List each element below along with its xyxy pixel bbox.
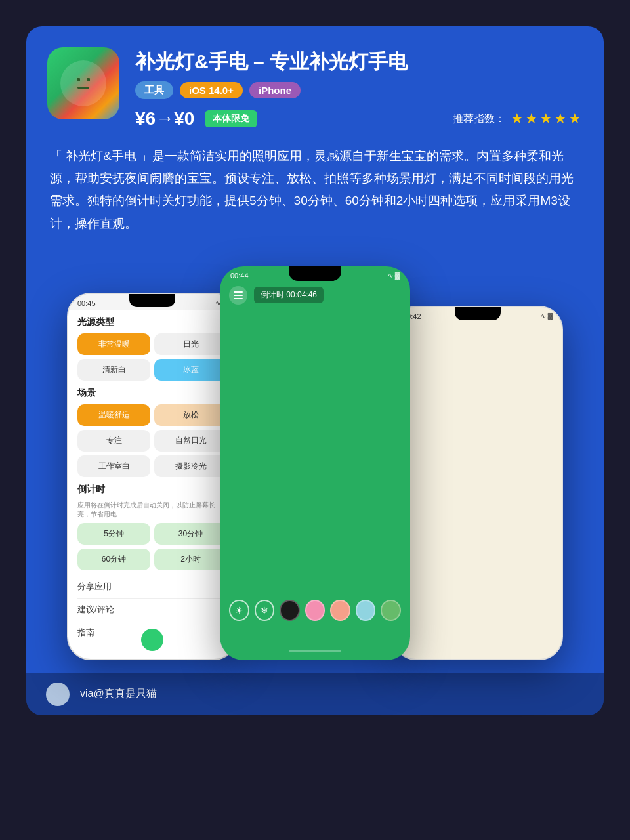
btn-warm[interactable]: 非常温暖: [77, 333, 150, 355]
dot-black[interactable]: [280, 600, 300, 621]
price-badge: 本体限免: [205, 110, 257, 127]
right-battery-icon: ▓: [548, 312, 553, 320]
phone-bottom-space: [220, 559, 410, 579]
face-eye-left: [77, 78, 80, 81]
btn-daylight[interactable]: 日光: [154, 333, 227, 355]
center-header: 倒计时 00:04:46: [220, 281, 410, 310]
right-wifi-icon: ∿: [541, 312, 546, 320]
app-icon-inner: [60, 60, 106, 106]
list-item-feedback[interactable]: 建议/评论: [77, 598, 227, 621]
dot-pink[interactable]: [305, 600, 326, 621]
scene-buttons: 温暖舒适 放松 专注 自然日光 工作室白 摄影冷光: [77, 404, 227, 477]
snow-icon: ❄: [261, 605, 268, 616]
center-wifi-icon: ∿: [388, 272, 393, 279]
menu-icon[interactable]: [229, 286, 247, 304]
footer-avatar: [46, 682, 70, 706]
btn-studio[interactable]: 工作室白: [77, 455, 150, 477]
app-header: 补光灯&手电 – 专业补光灯手电 工具 iOS 14.0+ iPhone ¥6→…: [47, 47, 583, 129]
menu-line-3: [234, 298, 243, 299]
tag-device: iPhone: [249, 82, 301, 98]
btn-30min[interactable]: 30分钟: [154, 523, 227, 545]
timer-badge: 倒计时 00:04:46: [254, 287, 324, 303]
center-battery-icon: ▓: [395, 272, 400, 279]
rating-section: 推荐指数： ★★★★★: [453, 110, 583, 127]
dot-salmon[interactable]: [330, 600, 350, 621]
btn-natural[interactable]: 自然日光: [154, 430, 227, 452]
screenshots-area: 00:45 ∿ ▓ 光源类型 非常温暖 日光 清新白 冰蓝: [47, 253, 583, 660]
face-icon: [77, 78, 90, 89]
phone-right: 00:42 ∿ ▓: [392, 306, 563, 660]
color-dots: ☀ ❄: [220, 593, 410, 627]
btn-warm-cozy[interactable]: 温暖舒适: [77, 404, 150, 426]
dot-lightblue[interactable]: [356, 600, 376, 621]
center-phone-time: 00:44: [230, 272, 249, 280]
countdown-desc: 应用将在倒计时完成后自动关闭，以防止屏幕长亮，节省用电: [77, 501, 227, 519]
tag-ios: iOS 14.0+: [180, 82, 243, 98]
face-mouth: [77, 87, 89, 89]
app-info: 补光灯&手电 – 专业补光灯手电 工具 iOS 14.0+ iPhone ¥6→…: [135, 47, 583, 129]
tag-tool: 工具: [135, 81, 173, 99]
footer-bar: via@真真是只猫: [26, 673, 604, 715]
green-screen: [220, 310, 410, 559]
sun-icon: ☀: [235, 605, 243, 616]
btn-ice-blue[interactable]: 冰蓝: [154, 359, 227, 381]
menu-line-1: [234, 291, 243, 293]
price-text: ¥6→¥0: [135, 108, 194, 129]
btn-photo-cool[interactable]: 摄影冷光: [154, 455, 227, 477]
countdown-section: 倒计时 应用将在倒计时完成后自动关闭，以防止屏幕长亮，节省用电 5分钟 30分钟…: [77, 484, 227, 570]
swipe-bar: [289, 650, 341, 652]
phone-center: 00:44 ∿ ▓ 倒计时 00:04:46: [220, 266, 410, 660]
btn-relax[interactable]: 放松: [154, 404, 227, 426]
rating-label: 推荐指数：: [453, 112, 505, 126]
btn-5min[interactable]: 5分钟: [77, 523, 150, 545]
green-circle-left: [141, 629, 163, 651]
left-phone-time: 00:45: [77, 299, 96, 307]
light-type-buttons: 非常温暖 日光 清新白 冰蓝: [77, 333, 227, 381]
menu-line-2: [234, 295, 243, 296]
app-icon: [47, 47, 119, 119]
face-eyes: [77, 78, 90, 81]
center-status-icons: ∿ ▓: [388, 272, 400, 279]
right-status-icons: ∿ ▓: [541, 312, 553, 320]
right-warm-screen: [394, 323, 562, 612]
dot-green[interactable]: [381, 600, 401, 621]
btn-2hr[interactable]: 2小时: [154, 549, 227, 570]
dot-snow[interactable]: ❄: [255, 600, 275, 621]
phone-left: 00:45 ∿ ▓ 光源类型 非常温暖 日光 清新白 冰蓝: [67, 293, 238, 660]
price-row: ¥6→¥0 本体限免 推荐指数： ★★★★★: [135, 108, 583, 129]
face-eye-right: [87, 78, 90, 81]
countdown-buttons: 5分钟 30分钟 60分钟 2小时: [77, 523, 227, 570]
app-tags: 工具 iOS 14.0+ iPhone: [135, 81, 583, 99]
light-type-title: 光源类型: [77, 316, 227, 328]
list-item-share[interactable]: 分享应用: [77, 576, 227, 598]
scene-title: 场景: [77, 387, 227, 399]
countdown-title: 倒计时: [77, 484, 227, 495]
dot-sun[interactable]: ☀: [229, 600, 249, 621]
btn-60min[interactable]: 60分钟: [77, 549, 150, 570]
left-phone-content: 光源类型 非常温暖 日光 清新白 冰蓝 场景 温暖舒适 放松 专注 自然日光 工…: [68, 310, 236, 651]
app-card: 补光灯&手电 – 专业补光灯手电 工具 iOS 14.0+ iPhone ¥6→…: [26, 26, 604, 715]
footer-text: via@真真是只猫: [80, 687, 157, 701]
stars: ★★★★★: [511, 110, 583, 127]
btn-focus[interactable]: 专注: [77, 430, 150, 452]
btn-fresh-white[interactable]: 清新白: [77, 359, 150, 381]
app-title: 补光灯&手电 – 专业补光灯手电: [135, 50, 583, 74]
app-description: 「 补光灯&手电 」是一款简洁实用的照明应用，灵感源自于新生宝宝的需求。内置多种…: [47, 145, 583, 235]
